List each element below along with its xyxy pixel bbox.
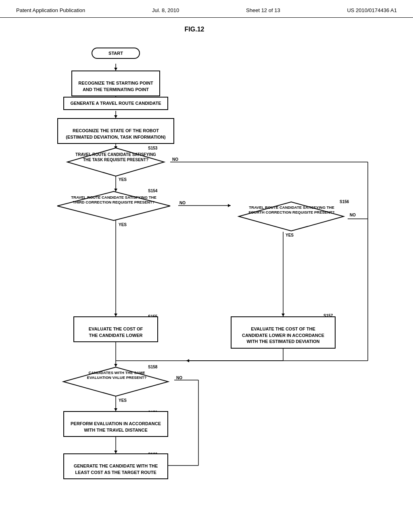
header-middle: Jul. 8, 2010 [152,7,179,13]
s158-diamond: CANDIDATES WITH THE SAMEEVALUATION VALUE… [55,366,176,397]
svg-marker-32 [114,451,117,453]
s101-box: GENERATE A TRAVEL ROUTE CANDIDATE [63,97,168,110]
start-node: START [92,48,140,59]
svg-marker-5 [114,115,117,118]
svg-marker-19 [282,314,285,316]
s153-yes: YES [119,177,127,182]
header-right: US 2010/0174436 A1 [347,7,397,13]
svg-marker-15 [114,314,117,316]
diagram-area: FIG.12 [0,18,413,512]
s155-box: EVALUATE THE COST OF THE CANDIDATE LOWER [73,316,158,342]
s154-diamond: TRAVEL ROUTE CANDIDATE SATISFYING THETHI… [49,190,178,222]
s100-box: RECOGNIZE THE STARTING POINT AND THE TER… [71,71,160,96]
page-header: Patent Application Publication Jul. 8, 2… [0,0,413,18]
header-left: Patent Application Publication [16,7,85,13]
s160-box: GENERATE THE CANDIDATE WITH THE LEAST CO… [63,453,168,479]
s158-no: NO [176,376,182,380]
s153-no: NO [172,157,178,162]
s159-box: PERFORM EVALUATION IN ACCORDANCE WITH TH… [63,411,168,437]
svg-marker-17 [228,204,231,207]
s154-yes: YES [119,222,127,227]
header-sheet: Sheet 12 of 13 [246,7,280,13]
svg-marker-26 [114,408,117,411]
s157-box: EVALUATE THE COST OF THE CANDIDATE LOWER… [231,316,336,349]
s154-no: NO [179,201,186,205]
svg-marker-13 [186,359,189,362]
svg-marker-1 [114,68,117,71]
s156-diamond: TRAVEL ROUTE CANDIDATE SATISFYING THEFOU… [231,201,352,232]
s152-box: RECOGNIZE THE STATE OF THE ROBOT (ESTIMA… [57,118,174,144]
fig-title: FIG.12 [0,26,389,33]
s156-no: NO [350,213,356,217]
s153-diamond: TRAVEL ROUTE CANDIDATE SATISFYINGTHE TAS… [59,147,172,177]
s156-yes: YES [286,233,294,237]
flowchart: START S100 RECOGNIZE THE STARTING POINT … [33,40,380,504]
s158-yes: YES [119,398,127,403]
